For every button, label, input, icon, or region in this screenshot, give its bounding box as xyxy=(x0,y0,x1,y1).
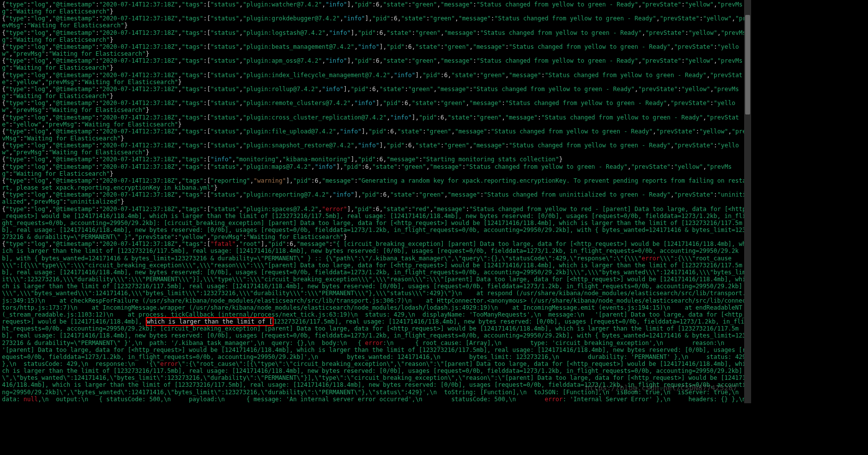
log-line: {"type":"log","@timestamp":"2020-07-14T1… xyxy=(2,72,749,86)
terminal-output: {"type":"log","@timestamp":"2020-07-14T1… xyxy=(0,0,751,403)
log-line: {"type":"log","@timestamp":"2020-07-14T1… xyxy=(2,29,749,43)
log-line: {"type":"log","@timestamp":"2020-07-14T1… xyxy=(2,177,749,191)
log-line: {"type":"log","@timestamp":"2020-07-14T1… xyxy=(2,156,749,163)
log-line: {"type":"log","@timestamp":"2020-07-14T1… xyxy=(2,128,749,142)
log-line: {"type":"log","@timestamp":"2020-07-14T1… xyxy=(2,191,749,205)
log-line: {"type":"log","@timestamp":"2020-07-14T1… xyxy=(2,142,749,156)
log-line: {"type":"log","@timestamp":"2020-07-14T1… xyxy=(2,1,749,15)
log-line: {"type":"log","@timestamp":"2020-07-14T1… xyxy=(2,163,749,177)
log-line: {"type":"log","@timestamp":"2020-07-14T1… xyxy=(2,43,749,57)
watermark: https://blog.csdn.net/CSDN877425287 xyxy=(585,384,737,392)
log-line: {"type":"log","@timestamp":"2020-07-14T1… xyxy=(2,100,749,114)
log-line-error: {"type":"log","@timestamp":"2020-07-14T1… xyxy=(2,206,749,241)
log-line: {"type":"log","@timestamp":"2020-07-14T1… xyxy=(2,15,749,29)
log-line: {"type":"log","@timestamp":"2020-07-14T1… xyxy=(2,86,749,100)
log-line-fatal: {"type":"log","@timestamp":"2020-07-14T1… xyxy=(2,240,749,403)
scrollbar-track[interactable] xyxy=(744,0,751,403)
log-line: {"type":"log","@timestamp":"2020-07-14T1… xyxy=(2,57,749,71)
scrollbar-thumb[interactable] xyxy=(745,15,750,114)
log-line: {"type":"log","@timestamp":"2020-07-14T1… xyxy=(2,114,749,128)
